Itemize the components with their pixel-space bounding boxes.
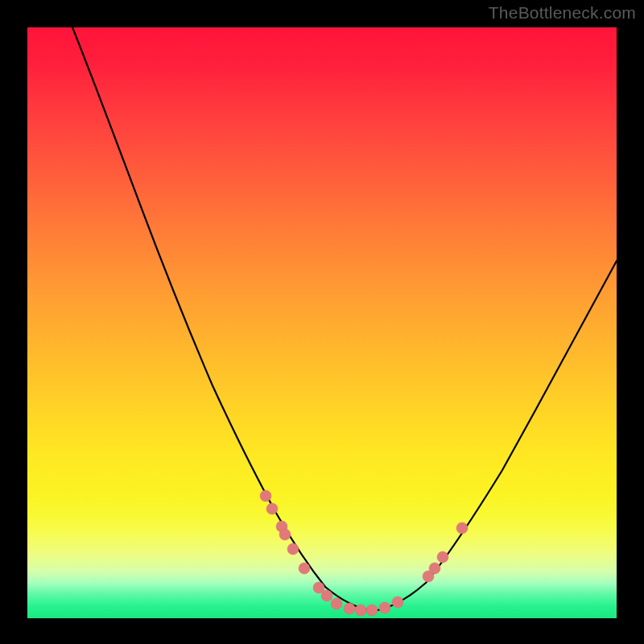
svg-point-1 [266, 503, 278, 514]
svg-point-10 [355, 605, 366, 616]
bottleneck-curve [72, 27, 617, 611]
svg-point-4 [287, 543, 299, 555]
svg-point-9 [344, 603, 355, 614]
svg-point-15 [429, 563, 440, 574]
svg-point-12 [379, 602, 390, 613]
svg-point-3 [279, 529, 291, 540]
highlighted-points [260, 490, 468, 616]
svg-point-5 [299, 563, 310, 574]
svg-point-8 [331, 598, 342, 609]
svg-point-7 [321, 590, 332, 601]
svg-point-0 [260, 490, 271, 502]
svg-point-17 [456, 522, 468, 534]
svg-point-13 [392, 597, 403, 608]
outer-frame: TheBottleneck.com [0, 0, 644, 644]
curve-layer [27, 27, 617, 618]
watermark-text: TheBottleneck.com [489, 3, 636, 23]
svg-point-16 [437, 551, 448, 563]
svg-point-11 [366, 605, 378, 616]
plot-area [27, 27, 617, 618]
